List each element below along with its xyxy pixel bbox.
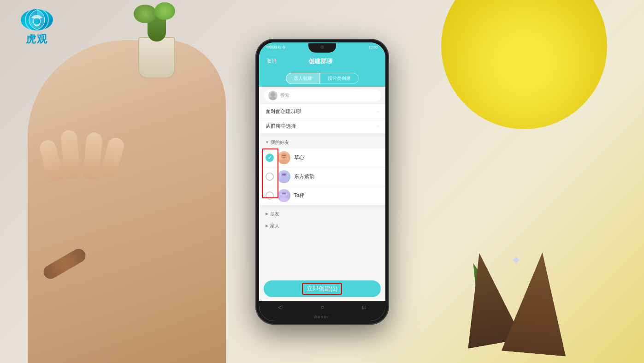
finger-2: [60, 130, 81, 179]
home-nav-icon[interactable]: ○: [321, 304, 324, 310]
tab-select-people[interactable]: 选人创建: [286, 73, 320, 84]
time-text: 10:00: [368, 45, 378, 49]
section-friends-header[interactable]: ▶ 朋友: [259, 208, 385, 220]
create-button-wrapper: 立即创建(1): [259, 277, 385, 301]
svg-point-13: [279, 197, 289, 202]
logo-svg: [24, 9, 50, 30]
signal-text: 中国移动 令: [266, 45, 286, 50]
plant-leaf-1: [134, 5, 157, 23]
svg-point-5: [279, 159, 289, 164]
svg-point-11: [284, 174, 285, 175]
svg-point-15: [284, 193, 285, 194]
friend-item-tocheng[interactable]: To枰: [259, 186, 385, 205]
section-friends-label: 朋友: [270, 211, 279, 217]
section-family-header[interactable]: ▶ 家人: [259, 220, 385, 232]
phone-outer: 中国移动 令 10:00 取消 创建群聊 选人创建 按分类创建: [255, 39, 389, 325]
svg-point-7: [284, 155, 285, 156]
arrow-icon-1: ›: [377, 109, 378, 114]
svg-point-9: [279, 178, 289, 183]
logo-container: 虎观: [9, 9, 65, 46]
cancel-button[interactable]: 取消: [266, 58, 277, 65]
section-my-friends-label: 我的好友: [271, 139, 289, 146]
chevron-down-icon: ▼: [266, 140, 269, 144]
svg-point-1: [33, 18, 41, 25]
chevron-right-friends-icon: ▶: [266, 212, 268, 216]
menu-item-from-group-label: 从群聊中选择: [266, 123, 296, 130]
star-decoration: ✦: [510, 252, 529, 271]
avatar-tocheng: [278, 189, 290, 202]
phone-wrapper: 中国移动 令 10:00 取消 创建群聊 选人创建 按分类创建: [255, 39, 389, 325]
search-bar[interactable]: 搜索: [264, 89, 381, 101]
phone-notch: [308, 43, 336, 53]
status-right: 10:00: [368, 45, 378, 49]
content-area: 面对面创建群聊 › 从群聊中选择 › ▼ 我的好友: [259, 104, 385, 301]
avatar-caoxin: [278, 151, 290, 164]
checkbox-dongfang[interactable]: [266, 173, 274, 181]
recents-nav-icon[interactable]: □: [363, 304, 366, 310]
svg-point-8: [281, 172, 287, 178]
tab-by-category[interactable]: 按分类创建: [320, 73, 359, 84]
plant-leaf-2: [154, 2, 175, 20]
svg-point-2: [271, 92, 275, 97]
arrow-icon-2: ›: [377, 124, 378, 129]
friend-name-caoxin: 草心: [294, 154, 304, 161]
svg-point-6: [282, 155, 284, 156]
tab-bar: 选人创建 按分类创建: [259, 70, 385, 87]
huguang-logo-icon: [21, 9, 53, 30]
status-left: 中国移动 令: [266, 45, 286, 50]
menu-item-from-group[interactable]: 从群聊中选择 ›: [259, 119, 385, 134]
menu-item-face-to-face[interactable]: 面对面创建群聊 ›: [259, 104, 385, 119]
empty-space: [259, 232, 385, 277]
svg-point-3: [269, 97, 277, 100]
search-avatar-icon: [268, 91, 278, 100]
svg-point-14: [282, 193, 284, 194]
friends-list: 草心: [259, 149, 385, 205]
friend-name-tocheng: To枰: [294, 192, 305, 199]
checkbox-caoxin[interactable]: [266, 154, 274, 162]
menu-item-face-to-face-label: 面对面创建群聊: [266, 108, 301, 115]
brand-text: honor: [259, 314, 385, 321]
plant-pot: [138, 37, 175, 78]
section-my-friends-header[interactable]: ▼ 我的好友: [259, 137, 385, 149]
app-header: 取消 创建群聊: [259, 53, 385, 70]
finger-shapes: [46, 130, 118, 179]
search-placeholder: 搜索: [280, 92, 290, 99]
svg-point-12: [281, 190, 287, 197]
create-button-highlight-box: 立即创建(1): [302, 283, 343, 295]
bottom-nav: ◁ ○ □: [259, 301, 385, 314]
create-now-button[interactable]: 立即创建(1): [264, 280, 381, 297]
logo-text: 虎观: [26, 32, 48, 46]
back-nav-icon[interactable]: ◁: [278, 304, 282, 310]
friend-item-dongfang[interactable]: 东方紫韵: [259, 167, 385, 186]
phone-screen: 中国移动 令 10:00 取消 创建群聊 选人创建 按分类创建: [259, 42, 385, 321]
chevron-right-family-icon: ▶: [266, 224, 268, 228]
checkbox-tocheng[interactable]: [266, 191, 274, 200]
plant-decoration: [124, 0, 198, 92]
avatar-dongfang: [278, 170, 290, 183]
friend-item-caoxin[interactable]: 草心: [259, 149, 385, 167]
svg-point-10: [282, 174, 284, 175]
create-button-label: 立即创建(1): [307, 285, 338, 293]
friend-name-dongfang: 东方紫韵: [294, 173, 314, 180]
header-title: 创建群聊: [308, 57, 332, 65]
section-family-label: 家人: [270, 223, 279, 229]
